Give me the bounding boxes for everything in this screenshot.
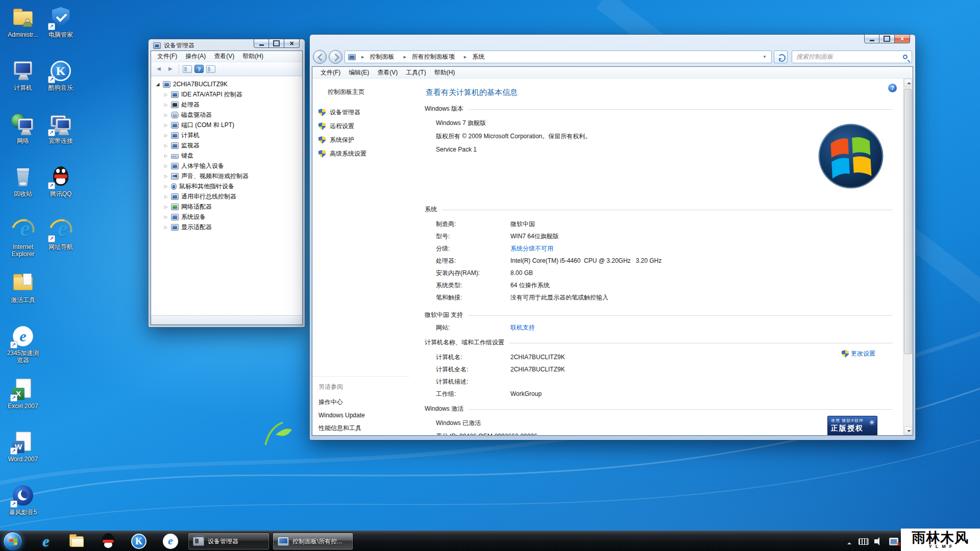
scroll-up-button[interactable]	[904, 79, 912, 87]
taskbar-explorer-icon[interactable]	[67, 532, 86, 550]
desktop-icon[interactable]: X↗Excel 2007	[4, 378, 42, 410]
close-button[interactable]	[895, 34, 910, 43]
expanded-icon[interactable]: ◢	[155, 82, 160, 87]
collapsed-icon[interactable]: ▷	[163, 215, 168, 219]
sidebar-item[interactable]: 高级系统设置	[312, 147, 416, 161]
change-settings-link[interactable]: 更改设置	[842, 349, 875, 358]
menu-item[interactable]: 文件(F)	[153, 51, 181, 62]
tree-item[interactable]: ▷计算机	[153, 130, 302, 140]
see-also-item[interactable]: Windows Update	[318, 409, 409, 421]
maximize-button[interactable]	[269, 39, 284, 48]
menu-item[interactable]: 帮助(H)	[430, 67, 459, 79]
breadcrumb-segment[interactable]: 所有控制面板项	[399, 51, 459, 63]
show-hidden-icons-button[interactable]	[846, 538, 853, 545]
collapsed-icon[interactable]: ▷	[163, 92, 168, 97]
tree-root[interactable]: ◢2CHIA7BUCLITZ9K	[153, 79, 302, 89]
collapsed-icon[interactable]: ▷	[163, 205, 168, 209]
action-pane-icon[interactable]	[206, 65, 215, 73]
taskbar-qq-icon[interactable]	[99, 532, 117, 550]
device-tree[interactable]: ◢2CHIA7BUCLITZ9K▷IDE ATA/ATAPI 控制器▷处理器▷磁…	[151, 76, 302, 315]
back-icon[interactable]: ◄	[154, 65, 163, 73]
desktop-icon[interactable]: ↗电脑管家	[42, 6, 80, 38]
see-also-item[interactable]: 操作中心	[318, 395, 409, 409]
tree-item[interactable]: ▷系统设备	[153, 212, 302, 222]
search-input[interactable]: 搜索控制面板	[792, 51, 912, 63]
taskbar-2345-browser-icon[interactable]: e	[161, 532, 180, 550]
start-button[interactable]	[3, 532, 22, 551]
taskbar-window-button[interactable]: 控制面板\所有控...	[273, 533, 353, 550]
menu-item[interactable]: 查看(V)	[373, 67, 402, 79]
back-button[interactable]	[313, 50, 327, 64]
genuine-software-badge[interactable]: 使用 微软®软件 正版授权 ✳	[827, 416, 877, 435]
collapsed-icon[interactable]: ▷	[163, 174, 168, 179]
menu-item[interactable]: 工具(T)	[402, 67, 430, 79]
collapsed-icon[interactable]: ▷	[163, 194, 168, 199]
desktop-icon[interactable]: 回收站	[4, 165, 42, 197]
menu-item[interactable]: 操作(A)	[181, 51, 210, 62]
collapsed-icon[interactable]: ▷	[163, 103, 168, 107]
tree-item[interactable]: ▷监视器	[153, 140, 302, 151]
sidebar-item[interactable]: 系统保护	[312, 133, 416, 147]
breadcrumb-segment[interactable]: 控制面板	[357, 51, 399, 63]
desktop-icon[interactable]: eInternet Explorer	[4, 218, 42, 258]
keyboard-indicator-icon[interactable]	[859, 538, 869, 545]
system-window[interactable]: 控制面板所有控制面板项系统 搜索控制面板 文件(F)编辑(E)查看(V)工具(T…	[309, 34, 916, 440]
info-value-link[interactable]: 联机支持	[510, 321, 535, 334]
refresh-button[interactable]	[774, 51, 788, 63]
device-manager-window[interactable]: 设备管理器 文件(F)操作(A)查看(V)帮助(H) ◄ ► ? ◢2CHIA7…	[148, 39, 305, 328]
collapsed-icon[interactable]: ▷	[163, 154, 168, 158]
desktop-icon[interactable]: K↗酷狗音乐	[42, 59, 80, 91]
breadcrumb[interactable]: 控制面板所有控制面板项系统	[345, 51, 772, 63]
sidebar-item[interactable]: 远程设置	[312, 119, 416, 133]
help-icon[interactable]: ?	[194, 65, 204, 73]
collapsed-icon[interactable]: ▷	[163, 184, 168, 189]
breadcrumb-segment[interactable]: 系统	[459, 51, 489, 63]
menu-item[interactable]: 帮助(H)	[238, 51, 267, 62]
collapsed-icon[interactable]: ▷	[163, 164, 168, 168]
menu-item[interactable]: 文件(F)	[316, 67, 345, 79]
tree-item[interactable]: ▷人体学输入设备	[153, 161, 302, 171]
desktop-icon[interactable]: 激活工具	[4, 271, 42, 304]
tree-item[interactable]: ▷通用串行总线控制器	[153, 191, 302, 202]
desktop-icon[interactable]: Administr...	[4, 6, 42, 38]
forward-button[interactable]	[329, 50, 342, 64]
tree-item[interactable]: ▷磁盘驱动器	[153, 110, 302, 120]
taskbar-kugou-icon[interactable]: K	[130, 532, 148, 550]
tree-item[interactable]: ▷网络适配器	[153, 202, 302, 212]
tree-item[interactable]: ▷IDE ATA/ATAPI 控制器	[153, 89, 302, 99]
sidebar-item-control-panel-home[interactable]: 控制面板主页	[312, 86, 416, 98]
collapsed-icon[interactable]: ▷	[163, 123, 168, 128]
menu-item[interactable]: 编辑(E)	[345, 67, 373, 79]
address-dropdown-icon[interactable]	[760, 55, 769, 59]
collapsed-icon[interactable]: ▷	[163, 113, 168, 117]
taskbar-window-button[interactable]: 设备管理器	[188, 533, 270, 550]
scroll-down-button[interactable]	[904, 427, 912, 435]
help-icon[interactable]: ?	[888, 84, 897, 92]
sidebar-item[interactable]: 设备管理器	[312, 106, 416, 119]
vertical-scrollbar[interactable]	[903, 79, 913, 435]
menu-item[interactable]: 查看(V)	[210, 51, 238, 62]
close-button[interactable]	[284, 39, 300, 48]
info-value-link[interactable]: 系统分级不可用	[510, 242, 553, 255]
network-status-icon[interactable]	[889, 538, 898, 545]
desktop-icon[interactable]: 计算机	[4, 59, 42, 91]
desktop-icon[interactable]: ↗腾讯QQ	[42, 165, 80, 197]
console-tree-icon[interactable]	[183, 65, 192, 73]
tree-item[interactable]: ▷鼠标和其他指针设备	[153, 181, 302, 191]
desktop-icon[interactable]: 网络	[4, 112, 42, 144]
volume-icon[interactable]	[874, 537, 884, 545]
desktop-icon[interactable]: ↗宽带连接	[42, 112, 80, 144]
tree-item[interactable]: ▷键盘	[153, 151, 302, 161]
tree-item[interactable]: ▷端口 (COM 和 LPT)	[153, 120, 302, 130]
maximize-button[interactable]	[879, 34, 895, 43]
desktop-icon[interactable]: e↗2345加速浏览器	[4, 324, 42, 364]
tree-item[interactable]: ▷处理器	[153, 99, 302, 110]
minimize-button[interactable]	[254, 39, 269, 48]
taskbar-ie-icon[interactable]: e	[37, 532, 55, 550]
collapsed-icon[interactable]: ▷	[163, 133, 168, 138]
tree-item[interactable]: ▷声音、视频和游戏控制器	[153, 171, 302, 181]
desktop-icon[interactable]: ↗暴风影音5	[4, 484, 42, 516]
forward-icon[interactable]: ►	[166, 65, 175, 73]
tree-item[interactable]: ▷显示适配器	[153, 222, 302, 232]
collapsed-icon[interactable]: ▷	[163, 143, 168, 148]
